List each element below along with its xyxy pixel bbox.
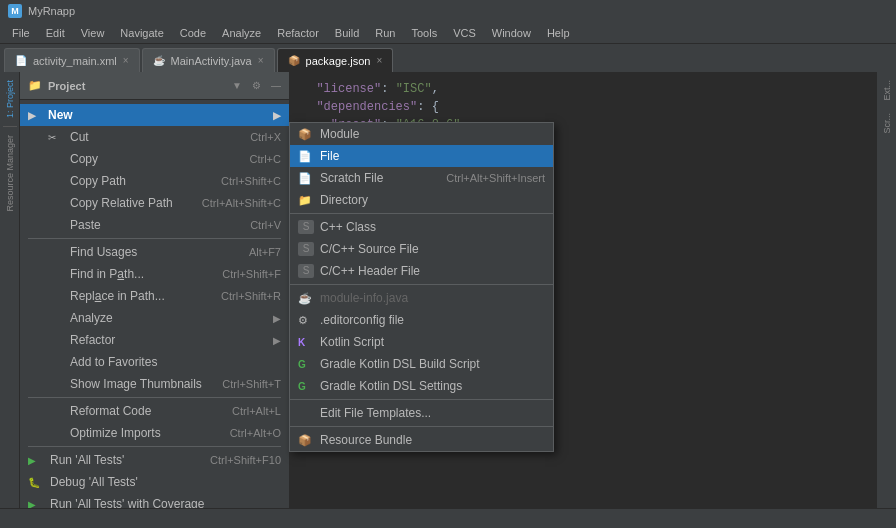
right-sidebar: Ext... Scr... — [876, 72, 896, 528]
tab-activity-main-xml[interactable]: 📄 activity_main.xml × — [4, 48, 140, 72]
reformat-shortcut: Ctrl+Alt+L — [232, 405, 281, 417]
submenu-scratch-file[interactable]: 📄 Scratch File Ctrl+Alt+Shift+Insert — [290, 167, 553, 189]
tree-cut-item[interactable]: ✂ Cut Ctrl+X — [20, 126, 289, 148]
tree-debug-tests-item[interactable]: 🐛 Debug 'All Tests' — [20, 471, 289, 493]
submenu-sep-2 — [290, 284, 553, 285]
tree-analyze-item[interactable]: Analyze ▶ — [20, 307, 289, 329]
menu-run[interactable]: Run — [367, 25, 403, 41]
tree-replace-in-path-item[interactable]: Replace in Path... Ctrl+Shift+R — [20, 285, 289, 307]
tree-find-usages-item[interactable]: Find Usages Alt+F7 — [20, 241, 289, 263]
tree-copy-path-item[interactable]: Copy Path Ctrl+Shift+C — [20, 170, 289, 192]
separator-3 — [28, 446, 281, 447]
tab-json-close[interactable]: × — [376, 55, 382, 66]
menu-tools[interactable]: Tools — [403, 25, 445, 41]
submenu-directory[interactable]: 📁 Directory — [290, 189, 553, 211]
status-bar — [0, 508, 896, 528]
submenu-resource-bundle[interactable]: 📦 Resource Bundle — [290, 429, 553, 451]
copy-path-shortcut: Ctrl+Shift+C — [221, 175, 281, 187]
vertical-tab-resource-manager[interactable]: Resource Manager — [3, 131, 17, 216]
tab-package-json[interactable]: 📦 package.json × — [277, 48, 394, 72]
reformat-label: Reformat Code — [70, 404, 151, 418]
submenu-new: 📦 Module 📄 File 📄 Scratch File Ctrl+Alt+… — [289, 122, 554, 452]
submenu-module[interactable]: 📦 Module — [290, 123, 553, 145]
tree-reformat-item[interactable]: Reformat Code Ctrl+Alt+L — [20, 400, 289, 422]
submenu-edit-templates-label: Edit File Templates... — [320, 406, 431, 420]
app-title: MyRnapp — [28, 5, 75, 17]
vertical-tab-project[interactable]: 1: Project — [3, 76, 17, 122]
show-thumbnails-label: Show Image Thumbnails — [70, 377, 202, 391]
menu-view[interactable]: View — [73, 25, 113, 41]
submenu-sep-1 — [290, 213, 553, 214]
submenu-edit-templates[interactable]: Edit File Templates... — [290, 402, 553, 424]
submenu-editorconfig[interactable]: ⚙ .editorconfig file — [290, 309, 553, 331]
project-panel-title: Project — [48, 80, 85, 92]
scratch-shortcut: Ctrl+Alt+Shift+Insert — [446, 172, 545, 184]
tab-json-icon: 📦 — [288, 55, 300, 66]
tab-mainactivity-java[interactable]: ☕ MainActivity.java × — [142, 48, 275, 72]
tree-new-label: New — [48, 108, 73, 122]
tab-xml-label: activity_main.xml — [33, 55, 117, 67]
tab-java-close[interactable]: × — [258, 55, 264, 66]
submenu-resource-bundle-label: Resource Bundle — [320, 433, 412, 447]
submenu-cpp-class[interactable]: S C++ Class — [290, 216, 553, 238]
submenu-gradle-kotlin-build[interactable]: G Gradle Kotlin DSL Build Script — [290, 353, 553, 375]
menu-file[interactable]: File — [4, 25, 38, 41]
project-panel-header: 📁 Project ▼ ⚙ — — [20, 72, 289, 100]
tab-java-label: MainActivity.java — [171, 55, 252, 67]
tree-refactor-item[interactable]: Refactor ▶ — [20, 329, 289, 351]
submenu-cpp-class-label: C++ Class — [320, 220, 376, 234]
submenu-gradle-kotlin-settings[interactable]: G Gradle Kotlin DSL Settings — [290, 375, 553, 397]
menu-edit[interactable]: Edit — [38, 25, 73, 41]
menu-refactor[interactable]: Refactor — [269, 25, 327, 41]
menu-analyze[interactable]: Analyze — [214, 25, 269, 41]
submenu-cpp-source[interactable]: S C/C++ Source File — [290, 238, 553, 260]
submenu-cpp-header-label: C/C++ Header File — [320, 264, 420, 278]
menu-build[interactable]: Build — [327, 25, 367, 41]
paste-label: Paste — [70, 218, 101, 232]
submenu-kotlin-script-label: Kotlin Script — [320, 335, 384, 349]
project-collapse-icon[interactable]: — — [271, 80, 281, 91]
copy-relative-path-label: Copy Relative Path — [70, 196, 173, 210]
copy-path-label: Copy Path — [70, 174, 126, 188]
tree-optimize-imports-item[interactable]: Optimize Imports Ctrl+Alt+O — [20, 422, 289, 444]
vertical-sidebar: 1: Project Resource Manager — [0, 72, 20, 528]
json-key-dependencies: "dependencies" — [316, 100, 417, 114]
tree-copy-relative-path-item[interactable]: Copy Relative Path Ctrl+Alt+Shift+C — [20, 192, 289, 214]
optimize-imports-label: Optimize Imports — [70, 426, 161, 440]
submenu-cpp-header[interactable]: S C/C++ Header File — [290, 260, 553, 282]
menu-code[interactable]: Code — [172, 25, 214, 41]
analyze-arrow: ▶ — [273, 313, 281, 324]
submenu-scratch-file-label: Scratch File — [320, 171, 383, 185]
tree-copy-item[interactable]: Copy Ctrl+C — [20, 148, 289, 170]
submenu-gradle-kotlin-settings-label: Gradle Kotlin DSL Settings — [320, 379, 462, 393]
project-dropdown-icon[interactable]: ▼ — [232, 80, 242, 91]
submenu-kotlin-script[interactable]: K Kotlin Script — [290, 331, 553, 353]
submenu-module-label: Module — [320, 127, 359, 141]
submenu-editorconfig-label: .editorconfig file — [320, 313, 404, 327]
run-tests-label: Run 'All Tests' — [50, 453, 124, 467]
tree-add-favorites-item[interactable]: Add to Favorites — [20, 351, 289, 373]
project-settings-icon[interactable]: ⚙ — [252, 80, 261, 91]
right-tab-scr[interactable]: Scr... — [880, 109, 894, 138]
menu-bar: File Edit View Navigate Code Analyze Ref… — [0, 22, 896, 44]
submenu-file-item[interactable]: 📄 File — [290, 145, 553, 167]
tree-show-thumbnails-item[interactable]: Show Image Thumbnails Ctrl+Shift+T — [20, 373, 289, 395]
tree-paste-item[interactable]: Paste Ctrl+V — [20, 214, 289, 236]
find-in-path-shortcut: Ctrl+Shift+F — [222, 268, 281, 280]
submenu-gradle-kotlin-build-label: Gradle Kotlin DSL Build Script — [320, 357, 480, 371]
copy-shortcut: Ctrl+C — [250, 153, 281, 165]
refactor-arrow: ▶ — [273, 335, 281, 346]
submenu-module-info-label: module-info.java — [320, 291, 408, 305]
menu-vcs[interactable]: VCS — [445, 25, 484, 41]
code-line-2: "license": "ISC", — [302, 80, 864, 98]
menu-help[interactable]: Help — [539, 25, 578, 41]
find-in-path-label: Find in Path... — [70, 267, 144, 281]
tab-xml-close[interactable]: × — [123, 55, 129, 66]
find-usages-label: Find Usages — [70, 245, 137, 259]
tree-run-tests-item[interactable]: ▶ Run 'All Tests' Ctrl+Shift+F10 — [20, 449, 289, 471]
menu-window[interactable]: Window — [484, 25, 539, 41]
tree-new-item[interactable]: ▶ New ▶ — [20, 104, 289, 126]
menu-navigate[interactable]: Navigate — [112, 25, 171, 41]
right-tab-ext[interactable]: Ext... — [880, 76, 894, 105]
tree-find-in-path-item[interactable]: Find in Path... Ctrl+Shift+F — [20, 263, 289, 285]
